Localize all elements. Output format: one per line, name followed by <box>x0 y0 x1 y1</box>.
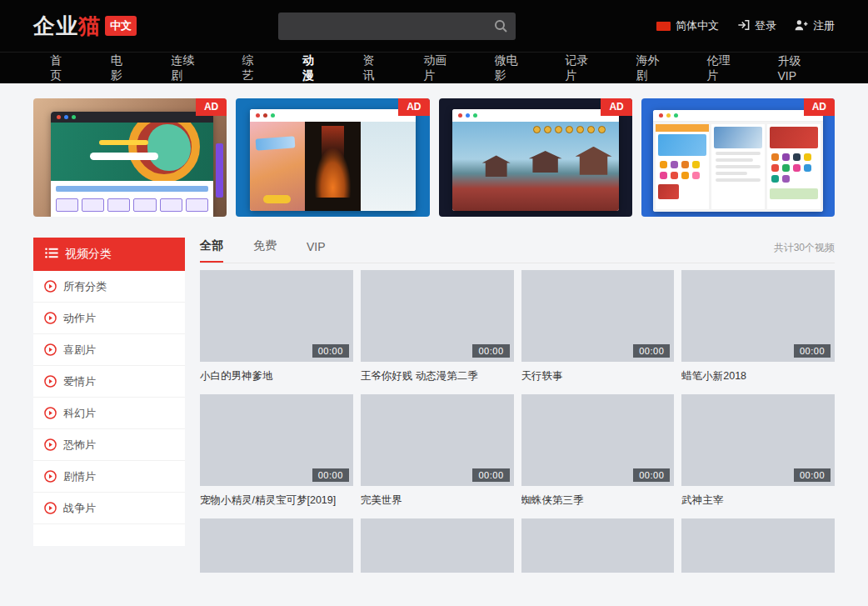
video-thumbnail[interactable]: 00:00 <box>521 270 675 362</box>
total-count: 共计30个视频 <box>774 241 835 263</box>
video-title[interactable]: 蜡笔小新2018 <box>681 369 835 383</box>
sidebar-header: 视频分类 <box>33 238 185 271</box>
video-card <box>521 518 675 573</box>
sidebar-item-horror[interactable]: 恐怖片 <box>33 429 185 461</box>
header-links: 简体中文 登录 注册 <box>656 18 835 33</box>
video-thumbnail[interactable]: 00:00 <box>681 270 835 362</box>
login-link[interactable]: 登录 <box>737 18 776 33</box>
duration-badge: 00:00 <box>633 468 670 482</box>
ad-badge: AD <box>601 98 631 116</box>
sidebar-item-scifi[interactable]: 科幻片 <box>33 398 185 429</box>
video-card <box>361 518 514 573</box>
video-card <box>200 518 353 573</box>
nav-item-cartoon[interactable]: 动画片 <box>403 53 474 83</box>
video-thumbnail[interactable]: 00:00 <box>361 394 514 486</box>
sidebar-item-action[interactable]: 动作片 <box>33 303 185 334</box>
duration-badge: 00:00 <box>794 468 831 482</box>
duration-badge: 00:00 <box>472 344 509 358</box>
video-card: 00:00 天行轶事 <box>521 270 675 383</box>
sidebar-item-romance[interactable]: 爱情片 <box>33 366 185 398</box>
video-title[interactable]: 武神主宰 <box>681 493 835 508</box>
duration-badge: 00:00 <box>633 344 670 358</box>
tab-free[interactable]: 免费 <box>253 238 277 263</box>
video-grid-row-2: 00:00 宠物小精灵/精灵宝可梦[2019] 00:00 完美世界 00:00… <box>200 394 835 518</box>
sidebar-item-comedy[interactable]: 喜剧片 <box>33 334 185 366</box>
filter-tabs: 全部 免费 VIP 共计30个视频 <box>200 238 835 263</box>
video-title[interactable]: 小白的男神爹地 <box>200 369 353 383</box>
ad-banner-1[interactable]: AD <box>33 98 227 217</box>
ad-banner-4[interactable]: AD <box>641 98 835 217</box>
logo-lang-badge: 中文 <box>105 16 137 36</box>
ad-badge: AD <box>196 98 227 116</box>
browser-window-mock <box>51 112 213 217</box>
video-card <box>681 518 835 573</box>
search-icon[interactable] <box>494 19 507 36</box>
video-thumbnail[interactable]: 00:00 <box>521 394 675 486</box>
video-thumbnail[interactable]: 00:00 <box>681 394 835 486</box>
nav-item-series[interactable]: 连续剧 <box>151 53 222 83</box>
video-card: 00:00 宠物小精灵/精灵宝可梦[2019] <box>200 394 353 508</box>
video-thumbnail[interactable] <box>200 518 353 573</box>
sidebar-item-drama[interactable]: 剧情片 <box>33 461 185 493</box>
logo-text-primary: 企业 <box>33 12 78 41</box>
nav-item-documentary[interactable]: 记录片 <box>545 53 616 83</box>
sidebar-item-all[interactable]: 所有分类 <box>33 271 185 303</box>
category-label: 科幻片 <box>63 406 96 421</box>
ad-badge: AD <box>804 98 835 116</box>
nav-item-anime[interactable]: 动漫 <box>282 53 343 83</box>
video-card: 00:00 蜡笔小新2018 <box>681 270 835 383</box>
video-title[interactable]: 王爷你好贱 动态漫第二季 <box>361 369 514 383</box>
register-link[interactable]: 注册 <box>795 18 835 33</box>
video-title[interactable]: 天行轶事 <box>521 369 675 383</box>
flag-icon <box>656 22 671 31</box>
duration-badge: 00:00 <box>312 344 349 358</box>
tab-vip[interactable]: VIP <box>307 240 326 263</box>
video-card: 00:00 武神主宰 <box>681 394 835 508</box>
category-label: 爱情片 <box>63 374 96 389</box>
category-label: 剧情片 <box>63 469 96 484</box>
language-link[interactable]: 简体中文 <box>656 18 719 33</box>
video-thumbnail[interactable] <box>681 518 835 573</box>
browser-window-mock <box>250 109 417 211</box>
video-thumbnail[interactable]: 00:00 <box>200 394 353 486</box>
video-thumbnail[interactable]: 00:00 <box>361 270 514 362</box>
video-list-panel: 全部 免费 VIP 共计30个视频 00:00 小白的男神爹地 00:00 王爷… <box>200 238 835 573</box>
top-header: 企业 猫 中文 简体中文 登录 注册 <box>0 0 868 52</box>
video-grid-row-1: 00:00 小白的男神爹地 00:00 王爷你好贱 动态漫第二季 00:00 天… <box>200 270 835 394</box>
search-input[interactable] <box>278 13 516 40</box>
logo-text-accent: 猫 <box>78 12 101 41</box>
login-label: 登录 <box>755 18 776 33</box>
nav-item-ethics[interactable]: 伦理片 <box>686 53 757 83</box>
list-icon <box>45 248 58 261</box>
video-thumbnail[interactable]: 00:00 <box>200 270 353 362</box>
nav-item-upgrade-vip[interactable]: 升级VIP <box>757 54 835 83</box>
sidebar-title: 视频分类 <box>65 247 112 262</box>
category-label: 喜剧片 <box>63 343 96 358</box>
video-card: 00:00 王爷你好贱 动态漫第二季 <box>361 270 514 383</box>
sidebar-item-war[interactable]: 战争片 <box>33 493 185 524</box>
category-label: 动作片 <box>63 311 96 326</box>
video-thumbnail[interactable] <box>521 518 675 573</box>
site-logo[interactable]: 企业 猫 中文 <box>33 12 137 41</box>
nav-item-home[interactable]: 首页 <box>33 53 91 83</box>
tab-all[interactable]: 全部 <box>200 238 223 263</box>
browser-window-mock <box>653 110 823 212</box>
video-title[interactable]: 蜘蛛侠第三季 <box>521 493 675 508</box>
nav-item-variety[interactable]: 综艺 <box>222 53 282 83</box>
video-thumbnail[interactable] <box>361 518 514 573</box>
ad-banner-row: AD AD AD <box>33 98 835 217</box>
nav-item-microfilm[interactable]: 微电影 <box>474 53 545 83</box>
search-box <box>278 13 516 40</box>
nav-item-movies[interactable]: 电影 <box>91 53 152 83</box>
video-title[interactable]: 宠物小精灵/精灵宝可梦[2019] <box>200 493 353 508</box>
video-title[interactable]: 完美世界 <box>361 493 514 508</box>
register-icon <box>795 19 808 33</box>
ad-banner-3[interactable]: AD <box>439 98 632 217</box>
category-list: 所有分类 动作片 喜剧片 爱情片 科幻片 恐怖片 <box>33 271 185 546</box>
ad-banner-2[interactable]: AD <box>236 98 429 217</box>
video-grid-row-3-partial <box>200 518 835 573</box>
category-label: 恐怖片 <box>63 438 96 453</box>
nav-item-overseas[interactable]: 海外剧 <box>616 53 686 83</box>
main-nav: 首页 电影 连续剧 综艺 动漫 资讯 动画片 微电影 记录片 海外剧 伦理片 升… <box>0 52 868 83</box>
nav-item-news[interactable]: 资讯 <box>343 53 404 83</box>
